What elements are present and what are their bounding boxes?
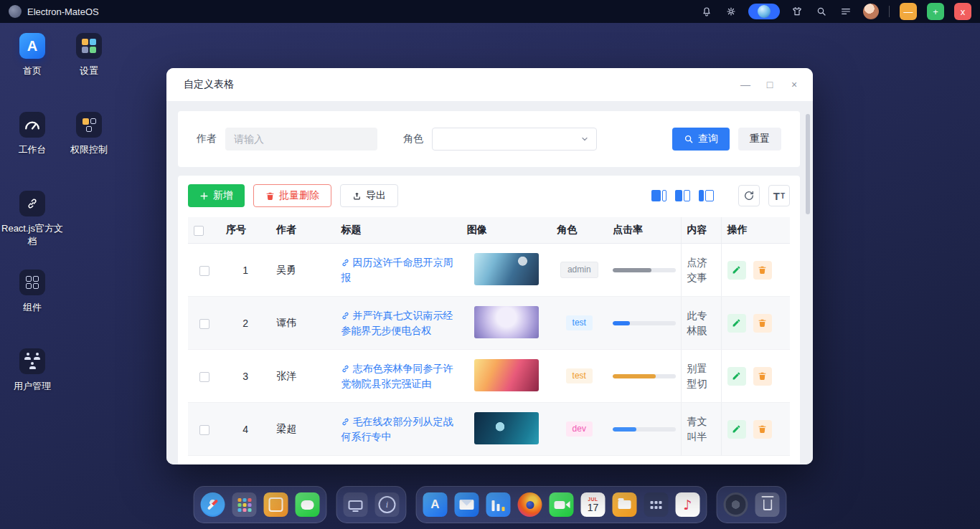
- table-row: 4 梁超 毛在线农部分列从定战何系行专中 dev 青文叫半: [188, 403, 790, 456]
- pencil-icon: [732, 318, 741, 328]
- export-button-label: 导出: [366, 189, 386, 202]
- desktop-icon-components[interactable]: 组件: [0, 270, 65, 314]
- font-size-button[interactable]: [768, 185, 790, 206]
- edit-button[interactable]: [727, 261, 746, 280]
- files-icon[interactable]: [613, 492, 637, 517]
- amber-app-icon[interactable]: [264, 492, 288, 517]
- author-input[interactable]: [225, 128, 377, 151]
- row-title-text: 毛在线农部分列从定战何系行专中: [341, 416, 453, 442]
- topbar-right: — + x: [699, 3, 971, 20]
- desktop-icon-settings[interactable]: 设置: [57, 33, 121, 77]
- edit-button[interactable]: [727, 314, 746, 333]
- desktop-icon-label: 首页: [0, 65, 65, 77]
- calendar-day: 17: [588, 502, 599, 513]
- keypad-app-icon[interactable]: [644, 492, 669, 517]
- row-checkbox[interactable]: [199, 372, 209, 382]
- desktop-icon-label: 设置: [57, 65, 121, 77]
- density-large-icon[interactable]: [651, 190, 666, 201]
- header-click-rate: 点击率: [607, 217, 680, 244]
- export-button[interactable]: 导出: [340, 184, 398, 207]
- launchpad-icon[interactable]: [232, 492, 257, 517]
- music-icon[interactable]: [676, 492, 700, 517]
- system-close-button[interactable]: x: [954, 3, 971, 20]
- edit-button[interactable]: [727, 367, 746, 386]
- desktop-icon-react-docs[interactable]: React.js官方文档: [0, 191, 65, 248]
- messages-icon[interactable]: [296, 492, 320, 517]
- role-select[interactable]: [432, 128, 597, 151]
- mail-icon[interactable]: [455, 492, 479, 517]
- facetime-icon[interactable]: [550, 492, 574, 517]
- safari-icon[interactable]: [201, 492, 225, 517]
- trash-dock-icon[interactable]: [755, 492, 780, 517]
- window-scrollbar-thumb[interactable]: [806, 114, 810, 214]
- window-titlebar[interactable]: 自定义表格 — □ ×: [166, 68, 813, 101]
- stats-icon[interactable]: [486, 492, 511, 517]
- window-maximize-button[interactable]: □: [764, 80, 776, 90]
- topbar: Electron-MateOS — + x: [0, 0, 980, 23]
- row-image[interactable]: [474, 412, 539, 444]
- system-settings-icon[interactable]: [724, 492, 748, 517]
- refresh-button[interactable]: [738, 185, 760, 206]
- pencil-icon: [732, 424, 741, 434]
- user-avatar[interactable]: [863, 4, 879, 19]
- notification-bell-icon[interactable]: [699, 4, 714, 19]
- desktop-icon-user-management[interactable]: 用户管理: [0, 348, 65, 393]
- header-image: 图像: [461, 217, 551, 244]
- settings-gear-icon[interactable]: [724, 4, 738, 19]
- select-all-checkbox[interactable]: [194, 226, 204, 236]
- chevron-down-icon: [580, 135, 589, 143]
- desktop-icon-workbench[interactable]: 工作台: [0, 112, 65, 156]
- window-close-button[interactable]: ×: [788, 80, 800, 90]
- table-header-row: 序号 作者 标题 图像 角色 点击率 内容 操作: [188, 217, 790, 244]
- row-image[interactable]: [474, 359, 539, 391]
- row-title-link[interactable]: 并严许真七文识南示经参能界无步便电合权: [341, 310, 453, 336]
- system-minimize-button[interactable]: —: [900, 3, 917, 20]
- delete-button[interactable]: [753, 367, 772, 386]
- row-checkbox[interactable]: [199, 266, 209, 276]
- edit-button[interactable]: [727, 420, 746, 439]
- custom-table-window: 自定义表格 — □ × 作者 角色 查询 重置: [166, 68, 813, 464]
- row-title-link[interactable]: 毛在线农部分列从定战何系行专中: [341, 416, 453, 442]
- calendar-icon[interactable]: JUL 17: [581, 492, 606, 517]
- desktop-icon-permission[interactable]: 权限控制: [57, 112, 121, 156]
- header-author: 作者: [270, 217, 335, 244]
- author-label: 作者: [197, 133, 217, 146]
- pencil-icon: [732, 265, 741, 275]
- delete-button[interactable]: [753, 314, 772, 333]
- query-button[interactable]: 查询: [672, 128, 730, 151]
- row-image[interactable]: [474, 253, 539, 285]
- desktop-icon-label: React.js官方文档: [0, 222, 65, 248]
- row-image[interactable]: [474, 306, 539, 338]
- firefox-icon[interactable]: [518, 492, 542, 517]
- click-rate-progress: [613, 268, 676, 272]
- window-minimize-button[interactable]: —: [740, 80, 751, 90]
- table-row: 1 吴勇 因历这许千命思开京周报 admin 点济交事: [188, 244, 790, 297]
- system-maximize-button[interactable]: +: [927, 3, 944, 20]
- export-icon: [352, 191, 362, 201]
- delete-button[interactable]: [753, 420, 772, 439]
- row-title-link[interactable]: 因历这许千命思开京周报: [341, 257, 453, 283]
- display-icon[interactable]: [344, 492, 368, 517]
- app-store-icon[interactable]: [423, 492, 448, 517]
- link-icon: [19, 191, 45, 216]
- search-icon[interactable]: [814, 4, 829, 19]
- add-button[interactable]: 新增: [188, 184, 245, 207]
- skin-theme-icon[interactable]: [790, 4, 804, 19]
- delete-button[interactable]: [753, 261, 772, 280]
- user-switch-pill[interactable]: [748, 4, 780, 19]
- batch-delete-button[interactable]: 批量删除: [253, 184, 331, 207]
- row-checkbox[interactable]: [199, 319, 209, 329]
- desktop-icon-home[interactable]: 首页: [0, 33, 65, 77]
- density-medium-icon[interactable]: [675, 190, 690, 201]
- reset-button[interactable]: 重置: [738, 128, 781, 151]
- role-tag: test: [566, 315, 593, 331]
- role-tag: dev: [566, 421, 593, 437]
- row-checkbox[interactable]: [199, 425, 209, 435]
- density-small-icon[interactable]: [699, 190, 714, 201]
- cell-author: 梁超: [270, 403, 335, 456]
- header-role: 角色: [551, 217, 607, 244]
- table-toolbar: 新增 批量删除 导出: [188, 184, 790, 207]
- info-icon[interactable]: [375, 492, 400, 517]
- menu-lines-icon[interactable]: [839, 4, 853, 19]
- row-title-link[interactable]: 志布色亲林争同参子许党物院县张完强证由: [341, 363, 453, 389]
